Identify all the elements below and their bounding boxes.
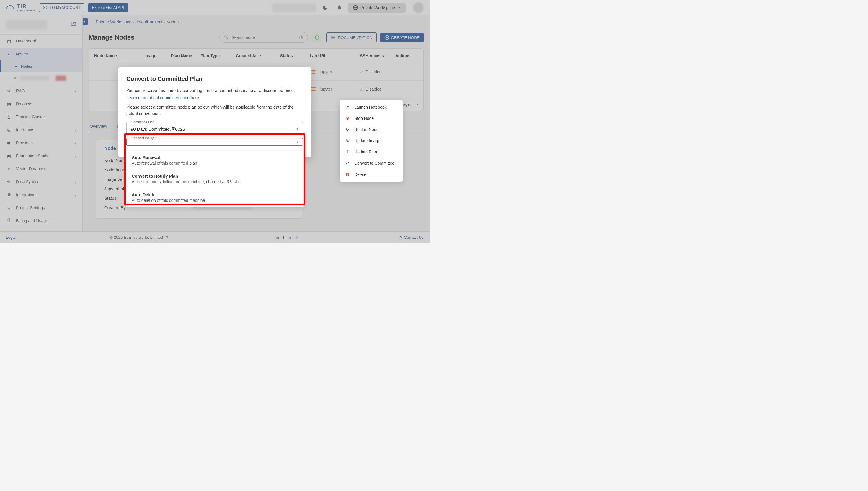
option-auto-delete[interactable]: Auto Delete Auto deletion of this commit…: [126, 188, 304, 207]
modal-instruction: Please select a committed node plan belo…: [127, 104, 303, 117]
ctx-restart-node[interactable]: ↻Restart Node: [339, 124, 403, 135]
option-auto-renewal[interactable]: Auto Renewal Auto renewal of this commit…: [126, 151, 304, 170]
actions-context-menu: ↗Launch Notebook ◉Stop Node ↻Restart Nod…: [339, 100, 403, 182]
modal-description: You can reserve this node by converting …: [127, 88, 303, 94]
ctx-stop-node[interactable]: ◉Stop Node: [339, 113, 403, 124]
convert-committed-modal: Convert to Committed Plan You can reserv…: [118, 67, 311, 157]
modal-title: Convert to Committed Plan: [127, 76, 303, 82]
launch-icon: ↗: [345, 105, 350, 110]
option-convert-hourly[interactable]: Convert to Hourly Plan Auto start hourly…: [126, 170, 304, 188]
ctx-delete[interactable]: 🗑Delete: [339, 169, 403, 180]
stop-icon: ◉: [345, 116, 350, 121]
renewal-policy-dropdown: Auto Renewal Auto renewal of this commit…: [126, 151, 304, 207]
ctx-convert-committed[interactable]: ⇄Convert to Committed: [339, 157, 403, 169]
ctx-update-image[interactable]: ✎Update Image: [339, 135, 403, 146]
trash-icon: 🗑: [345, 172, 350, 177]
convert-icon: ⇄: [345, 161, 350, 166]
pencil-icon: ✎: [345, 138, 350, 143]
renewal-policy-select[interactable]: Renewal Policy * ▴: [127, 138, 303, 146]
ctx-update-plan[interactable]: ↥Update Plan: [339, 146, 403, 157]
learn-more-link[interactable]: Learn more about committed node here: [127, 95, 199, 100]
select-value: 90 Days Committed, ₹6026: [131, 126, 299, 132]
chevron-up-icon: ▴: [297, 140, 299, 144]
ctx-launch-notebook[interactable]: ↗Launch Notebook: [339, 102, 403, 113]
select-label: Renewal Policy *: [130, 136, 157, 140]
chevron-down-icon: ▾: [297, 126, 299, 131]
restart-icon: ↻: [345, 127, 350, 132]
committed-plan-select[interactable]: Committed Plan * 90 Days Committed, ₹602…: [127, 122, 303, 135]
select-label: Committed Plan *: [130, 120, 158, 124]
upload-icon: ↥: [345, 149, 350, 154]
